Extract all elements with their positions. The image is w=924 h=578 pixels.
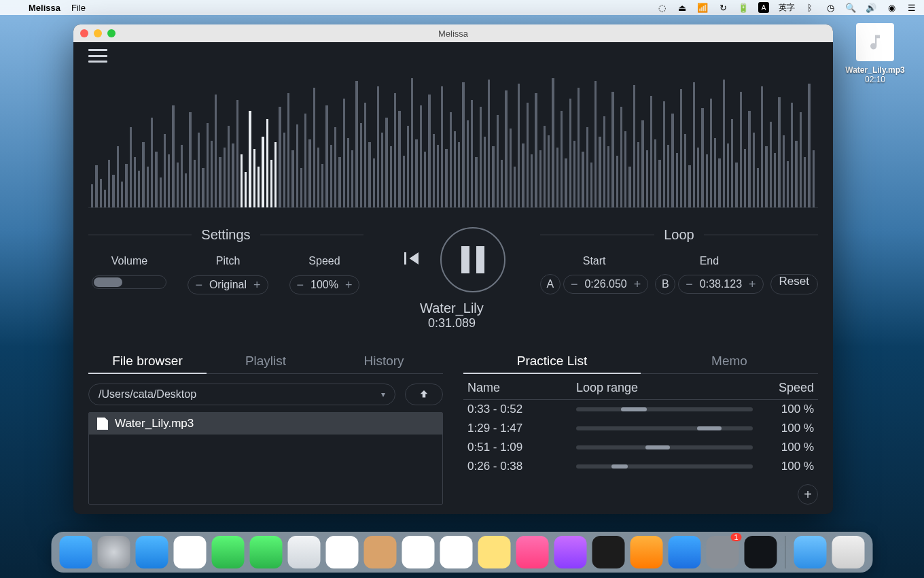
path-dropdown[interactable]: /Users/cata/Desktop ▾ [88,384,395,405]
volume-icon[interactable]: 🔊 [866,2,876,13]
loop-b-button[interactable]: B [655,274,675,294]
spotlight-icon[interactable]: 🔍 [845,2,856,13]
tab-history[interactable]: History [325,350,443,374]
speed-minus-button[interactable]: − [294,278,307,292]
waveform-bar [95,165,97,207]
ime-icon[interactable]: A [758,2,769,13]
waveform-display[interactable] [88,65,818,208]
waveform-bar [518,84,520,207]
pitch-label: Pitch [188,255,268,267]
dock-app-music[interactable] [516,536,549,568]
waveform-bar [420,105,422,207]
dock-app-podcasts[interactable] [554,536,587,568]
dock-app-melissa[interactable] [745,536,777,568]
dock-app-preferences[interactable]: 1 [707,536,739,568]
dock-app-safari[interactable] [136,536,168,568]
window-titlebar[interactable]: Melissa [73,24,833,42]
add-practice-button[interactable]: + [798,484,818,505]
file-row[interactable]: Water_Lily.mp3 [89,413,442,435]
volume-slider[interactable] [92,275,166,289]
siri-icon[interactable]: ◉ [886,2,897,13]
menubar-item-file[interactable]: File [71,3,86,13]
waveform-bar [761,86,763,207]
dock-app-tv[interactable] [592,536,625,568]
loop-start-plus-button[interactable]: + [631,277,644,292]
waveform-bar [377,86,379,207]
dock-app-finder[interactable] [60,536,92,568]
apple-icon[interactable] [7,2,18,13]
dock-app-downloads[interactable] [794,536,827,568]
waveform-bar [355,81,357,207]
practice-row[interactable]: 1:29 - 1:47100 % [463,419,818,438]
dock-app-launchpad[interactable] [98,536,130,568]
practice-row[interactable]: 0:33 - 0:52100 % [463,400,818,419]
tab-file-browser[interactable]: File browser [88,350,207,374]
restart-button[interactable] [398,246,423,273]
accessibility-icon[interactable]: ◌ [656,2,667,13]
waveform-bar [663,101,665,207]
dock-app-maps[interactable] [288,536,321,568]
play-pause-button[interactable] [440,227,505,292]
waveform-bar [510,129,512,207]
pitch-plus-button[interactable]: + [251,278,264,292]
tab-playlist[interactable]: Playlist [207,350,325,374]
dock-app-mail[interactable] [174,536,207,568]
waveform-bar [189,112,191,207]
waveform-bar [578,88,580,207]
bluetooth-icon[interactable]: ᛒ [804,2,815,13]
dock-app-calendar[interactable] [402,536,435,568]
waveform-bar [437,145,439,207]
waveform-bar [804,157,806,207]
loop-reset-button[interactable]: Reset [770,274,818,294]
dock-app-reminders[interactable] [440,536,473,568]
dock-app-notes[interactable] [478,536,511,568]
dock-app-books[interactable] [630,536,663,568]
wifi-icon[interactable]: 📶 [697,2,708,13]
dock-app-trash[interactable] [832,536,865,568]
waveform-bar [488,80,490,207]
practice-row[interactable]: 0:26 - 0:38100 % [463,457,818,476]
close-window-button[interactable] [80,29,88,37]
ime-label[interactable]: 英字 [779,2,795,14]
tab-practice-list[interactable]: Practice List [463,350,641,374]
timemachine-icon[interactable]: ↻ [717,2,728,13]
loop-end-minus-button[interactable]: − [683,277,696,292]
practice-row[interactable]: 0:51 - 1:09100 % [463,438,818,457]
pitch-minus-button[interactable]: − [192,278,205,292]
waveform-bar [262,137,264,207]
speed-plus-button[interactable]: + [342,278,355,292]
waveform-bar [624,131,626,207]
waveform-bar [207,123,209,207]
menu-icon[interactable] [88,49,107,63]
waveform-bar [527,103,529,207]
eject-icon[interactable]: ⏏ [677,2,688,13]
waveform-bar [343,99,345,207]
waveform-bar [658,160,660,207]
file-name: Water_Lily.mp3 [115,417,194,430]
waveform-bar [283,133,285,207]
dock-app-photos[interactable] [326,536,359,568]
waveform-bar [321,164,323,207]
loop-a-button[interactable]: A [540,274,561,294]
tab-memo[interactable]: Memo [641,350,818,374]
zoom-window-button[interactable] [107,29,116,37]
dock-app-contacts[interactable] [364,536,397,568]
dock-app-appstore[interactable] [669,536,701,568]
loop-start-minus-button[interactable]: − [568,277,581,292]
clock-icon[interactable]: ◷ [825,2,836,13]
battery-icon[interactable]: 🔋 [738,2,749,13]
speed-control: − 100% + [289,275,360,294]
minimize-window-button[interactable] [94,29,102,37]
desktop-file[interactable]: Water_Lily.mp3 02:10 [842,23,908,84]
waveform-bar [360,123,362,207]
waveform-bar [347,138,349,207]
menubar-app-name[interactable]: Melissa [29,3,60,13]
dock-app-facetime[interactable] [250,536,283,568]
waveform-bar [441,86,443,207]
waveform-bar [151,118,153,207]
waveform-bar [338,157,340,207]
dock-app-messages[interactable] [212,536,245,568]
loop-end-plus-button[interactable]: + [746,277,759,292]
notification-center-icon[interactable]: ☰ [906,2,917,13]
folder-up-button[interactable] [405,384,443,405]
